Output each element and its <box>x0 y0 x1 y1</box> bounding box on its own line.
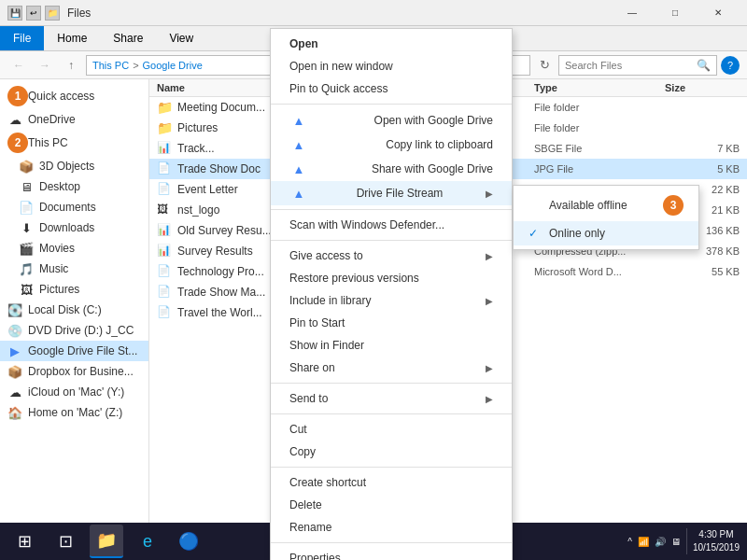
sidebar-item-music[interactable]: 🎵 Music <box>0 259 148 279</box>
ctx-drive-file-stream[interactable]: ▲ Drive File Stream ▶ <box>271 181 512 205</box>
address-googledrive[interactable]: Google Drive <box>143 60 203 71</box>
tray-sep <box>686 528 687 554</box>
search-input[interactable] <box>565 60 693 71</box>
file-size: 5 KB <box>665 163 740 175</box>
minimize-button[interactable]: — <box>611 0 654 26</box>
music-icon: 🎵 <box>19 261 34 276</box>
taskbar-system-tray: ^ 📶 🔊 🖥 4:30 PM10/15/2019 <box>627 528 740 554</box>
col-header-size[interactable]: Size <box>665 82 740 93</box>
folder-icon: 📁 <box>157 120 172 135</box>
fileexplorer-taskbar-button[interactable]: 📁 <box>90 525 123 558</box>
search-bar[interactable]: 🔍 <box>558 55 717 76</box>
ctx-give-access[interactable]: Give access to ▶ <box>271 245 512 267</box>
file-name: Trade Show Doc <box>177 162 261 175</box>
sidebar-item-pictures[interactable]: 🖼 Pictures <box>0 279 148 300</box>
tab-file[interactable]: File <box>0 26 44 50</box>
ctx-pin-start[interactable]: Pin to Start <box>271 312 512 334</box>
start-button[interactable]: ⊞ <box>7 525 41 558</box>
sidebar-item-homemac[interactable]: 🏠 Home on 'Mac' (Z:) <box>0 402 148 423</box>
sidebar-item-googledrive[interactable]: ▶ Google Drive File St... <box>0 341 148 361</box>
sidebar-item-thispc[interactable]: 2 This PC <box>0 130 148 156</box>
submenu-online-only[interactable]: ✓ Online only <box>514 221 698 245</box>
titlebar-undo-icon[interactable]: ↩ <box>26 6 41 21</box>
forward-button[interactable]: → <box>34 54 56 77</box>
ctx-scan-defender[interactable]: Scan with Windows Defender... <box>271 214 512 236</box>
system-tray-arrow[interactable]: ^ <box>627 537 632 547</box>
google-drive-icon-3: ▲ <box>289 161 308 176</box>
google-drive-icon-2: ▲ <box>289 137 308 152</box>
ctx-sep-7 <box>271 542 512 543</box>
sidebar-label-googledrive: Google Drive File St... <box>28 344 137 357</box>
sidebar-item-downloads[interactable]: ⬇ Downloads <box>0 217 148 238</box>
submenu-available-offline[interactable]: Available offline 3 <box>514 189 698 221</box>
sidebar-item-documents[interactable]: 📄 Documents <box>0 197 148 217</box>
ctx-pin-quick-access[interactable]: Pin to Quick access <box>271 77 512 100</box>
volume-icon: 🔊 <box>655 537 666 547</box>
up-button[interactable]: ↑ <box>60 54 82 77</box>
ctx-send-to[interactable]: Send to ▶ <box>271 387 512 410</box>
ctx-delete[interactable]: Delete <box>271 494 512 516</box>
chrome-button[interactable]: 🔵 <box>172 525 205 558</box>
ctx-cut[interactable]: Cut <box>271 418 512 441</box>
desktop-icon: 🖥 <box>19 179 34 194</box>
titlebar-icons: 💾 ↩ 📁 <box>7 6 60 21</box>
sidebar-label-downloads: Downloads <box>39 221 94 234</box>
file-icon: 📄 <box>157 264 172 279</box>
file-icon: 📄 <box>157 182 172 197</box>
tab-home[interactable]: Home <box>44 26 100 50</box>
titlebar-controls: — □ ✕ <box>611 0 740 26</box>
refresh-button[interactable]: ↻ <box>534 55 555 76</box>
search-icon[interactable]: 🔍 <box>697 59 711 72</box>
file-name: Event Letter <box>177 183 238 196</box>
sidebar-label-onedrive: OneDrive <box>28 113 76 126</box>
ctx-rename[interactable]: Rename <box>271 516 512 539</box>
file-icon: 🖼 <box>157 203 172 217</box>
tab-share[interactable]: Share <box>100 26 156 50</box>
sidebar-item-3dobjects[interactable]: 📦 3D Objects <box>0 156 148 176</box>
sidebar-item-dvddrive[interactable]: 💿 DVD Drive (D:) J_CC <box>0 320 148 341</box>
sidebar-item-movies[interactable]: 🎬 Movies <box>0 238 148 259</box>
edge-button[interactable]: e <box>131 525 164 558</box>
ctx-open-new-window[interactable]: Open in new window <box>271 55 512 77</box>
ctx-sep-6 <box>271 467 512 468</box>
badge-3: 3 <box>663 195 684 216</box>
sidebar-label-movies: Movies <box>39 242 75 255</box>
titlebar-folder-icon[interactable]: 📁 <box>45 6 60 21</box>
dvddrive-icon: 💿 <box>7 323 22 338</box>
file-name: Meeting Docum... <box>177 101 265 114</box>
sidebar-item-desktop[interactable]: 🖥 Desktop <box>0 176 148 197</box>
ctx-show-finder[interactable]: Show in Finder <box>271 334 512 357</box>
ctx-share-google[interactable]: ▲Share with Google Drive <box>271 157 512 181</box>
sidebar-item-icloud[interactable]: ☁ iCloud on 'Mac' (Y:) <box>0 382 148 402</box>
ctx-create-shortcut[interactable]: Create shortcut <box>271 471 512 494</box>
sidebar-item-onedrive[interactable]: ☁ OneDrive <box>0 109 148 130</box>
ctx-share-on[interactable]: Share on ▶ <box>271 357 512 379</box>
sidebar-item-localdisk[interactable]: 💽 Local Disk (C:) <box>0 300 148 320</box>
maximize-button[interactable]: □ <box>654 0 697 26</box>
file-size: 55 KB <box>665 266 740 277</box>
help-button[interactable]: ? <box>721 56 740 75</box>
ctx-open[interactable]: Open <box>271 33 512 55</box>
ctx-include-library[interactable]: Include in library ▶ <box>271 289 512 312</box>
sidebar-item-dropbox[interactable]: 📦 Dropbox for Busine... <box>0 361 148 382</box>
file-type: File folder <box>534 102 665 113</box>
back-button[interactable]: ← <box>7 54 30 77</box>
titlebar: 💾 ↩ 📁 Files — □ ✕ <box>0 0 747 26</box>
file-name: Technology Pro... <box>177 265 264 278</box>
ctx-properties[interactable]: Properties <box>271 547 512 560</box>
ctx-restore-versions[interactable]: Restore previous versions <box>271 267 512 289</box>
ctx-open-google-drive[interactable]: ▲Open with Google Drive <box>271 108 512 133</box>
file-icon: 📊 <box>157 244 172 259</box>
taskview-button[interactable]: ⊡ <box>49 525 82 558</box>
sidebar-item-quickaccess[interactable]: 1 Quick access <box>0 83 148 109</box>
ctx-copy-link[interactable]: ▲Copy link to clipboard <box>271 133 512 157</box>
address-thispc[interactable]: This PC <box>92 60 129 71</box>
3dobjects-icon: 📦 <box>19 159 34 174</box>
tab-view[interactable]: View <box>156 26 206 50</box>
col-header-type[interactable]: Type <box>534 82 665 93</box>
ctx-copy[interactable]: Copy <box>271 441 512 463</box>
file-icon: 📄 <box>157 305 172 320</box>
file-icon: 📄 <box>157 285 172 300</box>
titlebar-save-icon[interactable]: 💾 <box>7 6 22 21</box>
close-button[interactable]: ✕ <box>697 0 740 26</box>
